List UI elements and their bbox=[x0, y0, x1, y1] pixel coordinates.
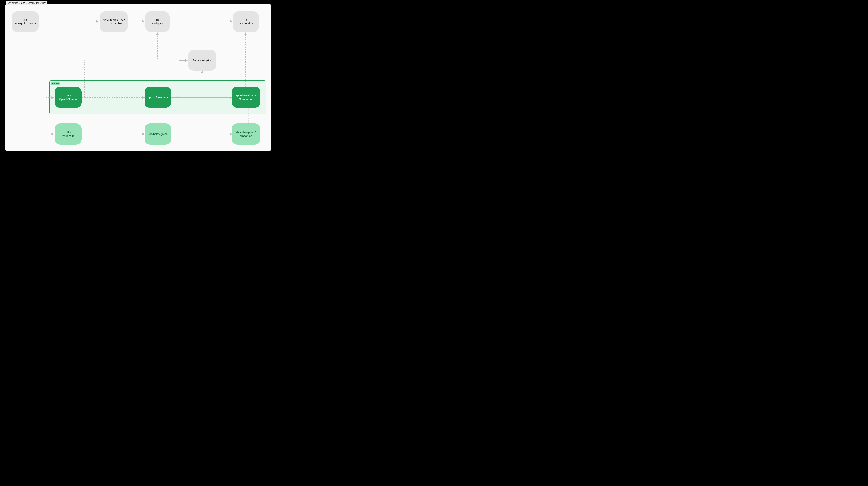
node-tag: <F> bbox=[66, 131, 71, 134]
node-label: BaseNavigator bbox=[193, 58, 212, 62]
node-label-line1: SplashNavigator. bbox=[235, 94, 257, 97]
diagram-canvas[interactable]: Repeat bbox=[5, 4, 271, 151]
node-mainnavigator-companion[interactable]: MainNavigator.C ompanion bbox=[232, 123, 260, 145]
window-title-tab: Navigation Graph Configuration Utility bbox=[6, 1, 47, 5]
node-label: SplashScreen bbox=[59, 97, 77, 101]
page-root: Navigation Graph Configuration Utility R… bbox=[0, 0, 276, 155]
node-label: MainPage bbox=[62, 134, 74, 138]
node-navigator[interactable]: <I> Navigator bbox=[145, 11, 169, 32]
node-label: SplashNavigator bbox=[147, 95, 168, 99]
node-splashscreen[interactable]: <F> SplashScreen bbox=[55, 87, 82, 108]
node-splashnavigator[interactable]: SplashNavigator bbox=[145, 87, 171, 108]
node-label-line2: ompanion bbox=[240, 134, 252, 138]
node-label: NavigationGraph bbox=[14, 22, 36, 25]
node-navigationgraph[interactable]: <F> NavigationGraph bbox=[12, 11, 39, 32]
repeat-group-label: Repeat bbox=[51, 82, 60, 85]
node-mainnavigator[interactable]: MainNavigator bbox=[145, 123, 171, 145]
node-mainpage[interactable]: <F> MainPage bbox=[55, 123, 82, 145]
node-destination[interactable]: <I> Destination bbox=[233, 11, 259, 32]
node-label: MainNavigator bbox=[149, 132, 167, 136]
node-splashnavigator-companion[interactable]: SplashNavigator. Companion bbox=[232, 87, 260, 108]
node-basenavigator[interactable]: BaseNavigator bbox=[188, 50, 216, 70]
window-title: Navigation Graph Configuration Utility bbox=[7, 2, 45, 4]
node-label-line2: .composable bbox=[106, 22, 122, 25]
node-tag: <I> bbox=[155, 18, 159, 22]
node-label-line1: NavGraphBuilder bbox=[103, 18, 125, 22]
node-tag: <I> bbox=[244, 18, 248, 22]
node-navgraphbuilder[interactable]: NavGraphBuilder .composable bbox=[100, 11, 128, 32]
node-label-line2: Companion bbox=[239, 97, 253, 101]
node-tag: <F> bbox=[23, 18, 28, 22]
node-tag: <F> bbox=[66, 94, 71, 97]
node-label: Destination bbox=[239, 22, 253, 25]
node-label-line1: MainNavigator.C bbox=[236, 131, 257, 134]
edges-layer bbox=[5, 4, 271, 151]
node-label: Navigator bbox=[151, 22, 163, 25]
